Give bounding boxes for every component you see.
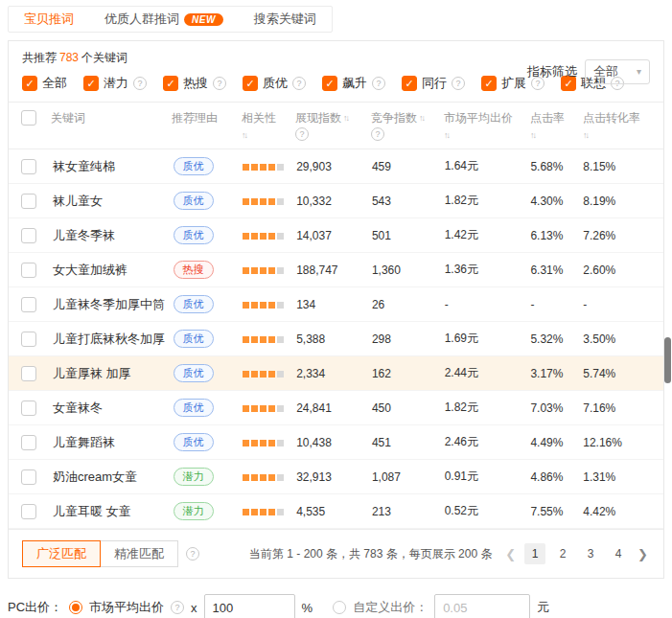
filter-item-4[interactable]: ✓飙升? bbox=[322, 75, 385, 92]
row-checkbox[interactable] bbox=[21, 194, 36, 209]
filter-item-3[interactable]: ✓质优? bbox=[243, 75, 306, 92]
checkbox-icon[interactable]: ✓ bbox=[322, 76, 337, 91]
column-header-ctr[interactable]: 点击率↑↓ bbox=[530, 110, 583, 143]
market-bid-multiplier-input[interactable] bbox=[204, 594, 295, 618]
help-icon[interactable]: ? bbox=[371, 127, 384, 141]
broad-match-button[interactable]: 广泛匹配 bbox=[22, 540, 101, 567]
checkbox-icon[interactable]: ✓ bbox=[163, 76, 178, 91]
column-header-impressions[interactable]: 展现指数↑↓? bbox=[295, 110, 371, 143]
exact-match-button[interactable]: 精准匹配 bbox=[100, 540, 178, 567]
row-checkbox[interactable] bbox=[21, 469, 36, 485]
relevance-bar-segment bbox=[251, 302, 258, 309]
tab-audience-keywords[interactable]: 优质人群推词 NEW bbox=[89, 7, 239, 32]
sort-icon[interactable]: ↑↓ bbox=[583, 127, 588, 143]
reason-pill: 质优 bbox=[174, 330, 214, 348]
row-check-cell bbox=[9, 228, 53, 243]
column-header-bid[interactable]: 市场平均出价↑↓ bbox=[444, 110, 530, 143]
checkbox-icon[interactable]: ✓ bbox=[83, 76, 99, 91]
sort-icon[interactable]: ↑↓ bbox=[530, 127, 535, 143]
help-icon[interactable]: ? bbox=[295, 127, 309, 141]
relevance-bar-segment bbox=[277, 233, 284, 240]
impressions-cell: 24,841 bbox=[296, 401, 372, 415]
metric-filter-select[interactable]: 全部 ▾ bbox=[585, 59, 650, 84]
row-checkbox[interactable] bbox=[21, 435, 36, 450]
custom-bid-option-label: 自定义出价： bbox=[353, 599, 428, 616]
reason-pill: 质优 bbox=[174, 157, 214, 175]
relevance-bar-segment bbox=[251, 267, 258, 274]
ctr-cell: 7.03% bbox=[530, 401, 583, 415]
reason-pill: 质优 bbox=[174, 399, 214, 417]
page-number-3[interactable]: 3 bbox=[580, 543, 601, 564]
sort-icon[interactable]: ↑↓ bbox=[444, 127, 449, 143]
row-checkbox[interactable] bbox=[21, 504, 36, 519]
tab-product-keywords[interactable]: 宝贝推词 bbox=[9, 7, 89, 32]
help-icon[interactable]: ? bbox=[372, 77, 385, 90]
checkbox-icon[interactable]: ✓ bbox=[243, 76, 258, 91]
prev-page-icon[interactable]: ❮ bbox=[503, 547, 518, 561]
checkbox-icon[interactable]: ✓ bbox=[402, 76, 417, 91]
avg-bid-cell: 0.91元 bbox=[445, 469, 531, 485]
impressions-cell: 4,535 bbox=[296, 505, 372, 518]
competition-cell: 459 bbox=[372, 160, 445, 173]
relevance-bar-segment bbox=[268, 371, 275, 378]
help-icon[interactable]: ? bbox=[292, 77, 306, 90]
filter-label: 全部 bbox=[42, 75, 67, 92]
reason-pill: 质优 bbox=[174, 364, 214, 382]
relevance-bar-segment bbox=[260, 233, 266, 240]
column-header-competition[interactable]: 竞争指数↑↓? bbox=[371, 110, 444, 143]
keyword-panel: 共推荐783个关键词 ✓全部✓潜力?✓热搜?✓质优?✓飙升?✓同行?✓扩展?✓联… bbox=[8, 40, 664, 579]
table-row: 女大童加绒裤热搜188,7471,3601.36元6.31%2.60% bbox=[9, 253, 663, 287]
column-header-cvr[interactable]: 点击转化率↑↓ bbox=[583, 110, 663, 143]
reason-pill: 质优 bbox=[174, 192, 214, 210]
page-number-4[interactable]: 4 bbox=[608, 543, 629, 564]
filter-item-1[interactable]: ✓潜力? bbox=[83, 75, 147, 92]
cvr-cell: 5.74% bbox=[583, 367, 663, 380]
help-icon[interactable]: ? bbox=[452, 77, 465, 90]
market-bid-help-icon[interactable]: ? bbox=[171, 601, 184, 614]
market-bid-radio[interactable] bbox=[69, 601, 82, 614]
row-checkbox[interactable] bbox=[21, 228, 36, 243]
cvr-cell: 1.31% bbox=[583, 470, 663, 484]
filter-item-2[interactable]: ✓热搜? bbox=[163, 75, 226, 92]
row-checkbox[interactable] bbox=[21, 332, 36, 347]
checkbox-icon[interactable]: ✓ bbox=[481, 76, 497, 91]
tab-label: 宝贝推词 bbox=[24, 11, 74, 28]
scrollbar-thumb[interactable] bbox=[664, 337, 671, 383]
row-check-cell bbox=[9, 366, 53, 381]
row-checkbox[interactable] bbox=[21, 159, 36, 174]
relevance-bar-segment bbox=[268, 474, 275, 481]
summary-prefix: 共推荐 bbox=[22, 51, 57, 64]
sort-icon[interactable]: ↑↓ bbox=[242, 127, 246, 143]
filter-item-0[interactable]: ✓全部 bbox=[22, 75, 67, 92]
checkbox-icon[interactable]: ✓ bbox=[22, 76, 37, 91]
help-icon[interactable]: ? bbox=[213, 77, 226, 90]
table-row: 女童袜冬质优24,8414501.82元7.03%7.16% bbox=[9, 391, 663, 425]
impressions-cell: 10,438 bbox=[296, 436, 372, 449]
column-header-relevance[interactable]: 相关性↑↓ bbox=[242, 110, 295, 143]
table-row: 儿童耳暖 女童潜力4,5352130.52元7.55%4.42% bbox=[9, 494, 663, 529]
table-row: 儿童袜冬季加厚中筒质优13426--- bbox=[9, 287, 663, 322]
row-checkbox[interactable] bbox=[21, 366, 36, 381]
relevance-bar-segment bbox=[243, 405, 249, 412]
custom-bid-input[interactable] bbox=[434, 594, 530, 618]
impressions-cell: 5,388 bbox=[296, 332, 372, 346]
row-checkbox[interactable] bbox=[21, 263, 36, 278]
sort-icon[interactable]: ↑↓ bbox=[343, 110, 348, 126]
row-checkbox[interactable] bbox=[21, 401, 36, 416]
custom-bid-radio[interactable] bbox=[333, 601, 346, 614]
row-checkbox[interactable] bbox=[21, 297, 36, 312]
filter-item-5[interactable]: ✓同行? bbox=[402, 75, 465, 92]
page-number-1[interactable]: 1 bbox=[524, 543, 545, 564]
select-all-checkbox[interactable] bbox=[21, 110, 36, 126]
ctr-cell: 3.17% bbox=[530, 367, 583, 380]
page-number-2[interactable]: 2 bbox=[552, 543, 573, 564]
row-check-cell bbox=[9, 435, 53, 450]
help-icon[interactable]: ? bbox=[133, 77, 147, 90]
sort-icon[interactable]: ↑↓ bbox=[419, 110, 424, 126]
match-help-icon[interactable]: ? bbox=[186, 547, 199, 561]
avg-bid-cell: 1.42元 bbox=[445, 227, 531, 243]
column-header-reason: 推荐理由 bbox=[172, 110, 242, 143]
next-page-icon[interactable]: ❯ bbox=[636, 547, 650, 561]
relevance-bar-segment bbox=[251, 405, 258, 412]
tab-search-keywords[interactable]: 搜索关键词 bbox=[239, 7, 332, 32]
